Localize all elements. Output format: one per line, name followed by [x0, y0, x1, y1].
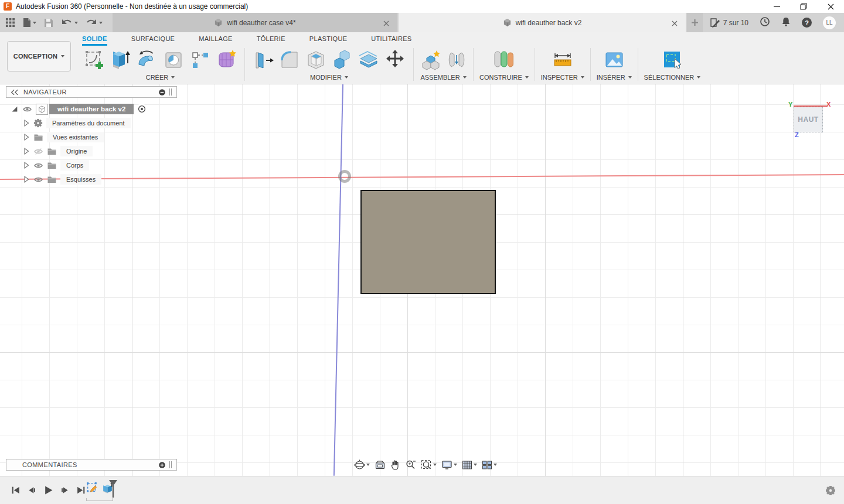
move-copy-button[interactable] [383, 47, 407, 73]
group-label-construct[interactable]: CONSTRUIRE [479, 74, 529, 81]
root-component-label[interactable]: wifi deauther back v2 [49, 104, 134, 114]
workspace-selector[interactable]: CONCEPTION [7, 41, 71, 71]
grid-settings-button[interactable] [461, 459, 478, 471]
ribbon-tab-surfacique[interactable]: SURFACIQUE [131, 32, 175, 46]
tree-row-bodies[interactable]: Corps [22, 158, 147, 172]
collapsed-triangle-icon[interactable] [22, 133, 30, 141]
ribbon-tab-solide[interactable]: SOLIDE [82, 32, 107, 46]
minimize-button[interactable] [763, 0, 790, 13]
group-label-create[interactable]: CRÉER [146, 74, 175, 81]
fillet-button[interactable] [277, 47, 302, 73]
skip-to-end-button[interactable] [76, 485, 86, 498]
joint-button[interactable] [446, 47, 467, 73]
tree-row-document-settings[interactable]: Paramètres du document [22, 116, 147, 130]
group-label-inspect[interactable]: INSPECTER [541, 74, 584, 81]
tree-row-origin[interactable]: Origine [22, 144, 147, 158]
group-label-insert[interactable]: INSÉRER [597, 74, 632, 81]
combine-button[interactable] [330, 47, 355, 73]
group-label-assemble[interactable]: ASSEMBLER [420, 74, 466, 81]
collapsed-triangle-icon[interactable] [22, 119, 30, 127]
ribbon-tab-utilitaires[interactable]: UTILITAIRES [371, 32, 411, 46]
press-pull-button[interactable] [251, 47, 275, 73]
collapsed-triangle-icon[interactable] [22, 147, 30, 155]
visibility-eye-icon[interactable] [33, 162, 43, 169]
step-back-button[interactable] [28, 485, 36, 498]
tab-close-button[interactable] [383, 18, 389, 29]
document-tab-case-v4[interactable]: wifi deauther case v4* [113, 13, 397, 32]
viewcube-top-face[interactable]: HAUT [794, 107, 823, 132]
group-label-select[interactable]: SÉLECTIONNER [644, 74, 701, 81]
tree-item-label[interactable]: Vues existantes [47, 132, 104, 142]
ribbon-tab-maillage[interactable]: MAILLAGE [199, 32, 232, 46]
panel-expand-circle-icon[interactable] [158, 461, 166, 469]
visibility-off-eye-icon[interactable] [33, 148, 43, 155]
origin-point[interactable] [338, 170, 351, 183]
extrude-button[interactable] [108, 47, 133, 73]
pan-tool-button[interactable] [389, 459, 401, 471]
tree-item-label[interactable]: Corps [60, 160, 89, 171]
collapsed-triangle-icon[interactable] [22, 175, 30, 183]
user-avatar[interactable]: LL [823, 16, 836, 29]
restore-button[interactable] [790, 0, 817, 13]
ribbon-tab-tolerie[interactable]: TÔLERIE [257, 32, 285, 46]
navigator-header[interactable]: NAVIGATEUR [6, 86, 177, 98]
help-button[interactable]: ? [802, 18, 812, 28]
tree-item-label[interactable]: Esquisses [60, 174, 101, 185]
shell-button[interactable] [304, 47, 328, 73]
display-settings-button[interactable] [440, 459, 458, 471]
split-body-button[interactable] [356, 47, 381, 73]
collapsed-triangle-icon[interactable] [22, 161, 30, 169]
visibility-eye-icon[interactable] [22, 105, 32, 113]
skip-to-start-button[interactable] [11, 485, 21, 498]
tree-item-label[interactable]: Paramètres du document [46, 118, 131, 128]
timeline-settings-button[interactable] [825, 485, 836, 498]
job-status-button[interactable] [760, 16, 770, 29]
document-tab-back-v2[interactable]: wifi deauther back v2 [399, 13, 686, 32]
tab-close-button[interactable] [672, 18, 678, 29]
undo-button[interactable] [61, 18, 78, 28]
group-label-modify[interactable]: MODIFIER [310, 74, 348, 81]
viewport-canvas[interactable]: NAVIGATEUR wifi deauther back v2 [0, 84, 844, 476]
step-forward-button[interactable] [60, 485, 69, 498]
tree-row-named-views[interactable]: Vues existantes [22, 130, 147, 144]
activate-component-radio[interactable] [136, 104, 147, 115]
file-menu-button[interactable] [23, 18, 36, 28]
tree-row-root[interactable]: wifi deauther back v2 [11, 102, 147, 116]
timeline-sketch-feature[interactable] [86, 481, 99, 497]
panel-grip-icon[interactable] [169, 461, 172, 468]
hole-button[interactable] [161, 47, 186, 73]
view-cube[interactable]: HAUT X Y Z [788, 100, 833, 138]
redo-button[interactable] [86, 18, 103, 28]
select-button[interactable] [660, 47, 685, 73]
construction-plane-button[interactable] [492, 47, 516, 73]
usage-counter[interactable]: 7 sur 10 [710, 18, 748, 28]
new-component-button[interactable] [420, 47, 444, 73]
zoom-window-tool-button[interactable] [420, 459, 438, 471]
app-grid-button[interactable] [5, 18, 15, 28]
close-button[interactable] [817, 0, 844, 13]
notifications-button[interactable] [781, 16, 791, 29]
new-tab-button[interactable] [687, 13, 703, 32]
orbit-tool-button[interactable] [353, 459, 371, 471]
tree-row-sketches[interactable]: Esquisses [22, 172, 147, 186]
body-top-face[interactable] [360, 190, 496, 294]
measure-button[interactable] [550, 47, 575, 73]
timeline-position-marker[interactable] [108, 479, 118, 500]
pattern-button[interactable] [188, 47, 212, 73]
revolve-button[interactable] [135, 47, 159, 73]
panel-collapse-circle-icon[interactable] [158, 88, 166, 96]
create-form-button[interactable] [214, 47, 239, 73]
save-button[interactable] [44, 18, 53, 28]
visibility-eye-icon[interactable] [33, 176, 43, 183]
comments-header[interactable]: COMMENTAIRES [6, 459, 177, 471]
zoom-tool-button[interactable] [404, 459, 417, 471]
tree-item-label[interactable]: Origine [60, 146, 93, 156]
look-at-tool-button[interactable] [373, 459, 387, 471]
expanded-triangle-icon[interactable] [11, 105, 19, 113]
create-sketch-button[interactable] [82, 47, 107, 73]
insert-image-button[interactable] [602, 47, 627, 73]
play-button[interactable] [43, 485, 53, 498]
panel-grip-icon[interactable] [169, 88, 172, 96]
viewports-button[interactable] [481, 459, 498, 471]
ribbon-tab-plastique[interactable]: PLASTIQUE [309, 32, 347, 46]
